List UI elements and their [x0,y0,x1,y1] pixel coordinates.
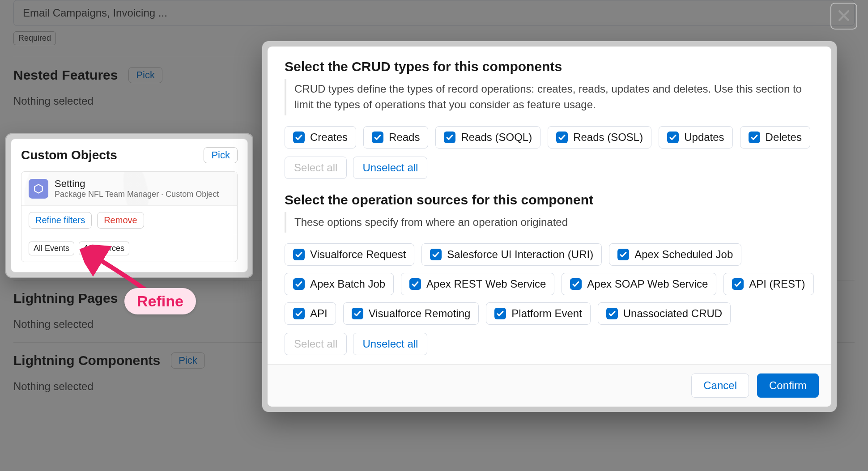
checkbox-checked-icon [293,132,305,143]
filter-chip[interactable]: All Events [29,242,74,255]
source-option-label: Salesforce UI Interaction (URI) [447,248,593,261]
crud-option[interactable]: Updates [659,126,732,149]
crud-option-label: Creates [310,131,348,144]
source-option[interactable]: Apex Scheduled Job [609,243,741,266]
confirm-button[interactable]: Confirm [757,373,819,398]
source-option-label: Unassociated CRUD [623,307,722,320]
source-option[interactable]: Apex REST Web Service [401,273,554,295]
crud-option-label: Updates [684,131,724,144]
source-option[interactable]: Visualforce Remoting [343,302,479,325]
source-option-label: Apex Scheduled Job [634,248,733,261]
checkbox-checked-icon [444,132,455,143]
source-option-label: Visualforce Remoting [369,307,471,320]
source-option[interactable]: API [285,302,336,325]
sources-section-desc: These options specify from where an oper… [285,212,814,233]
source-option[interactable]: Unassociated CRUD [598,302,731,325]
source-option[interactable]: Apex Batch Job [285,273,394,295]
checkbox-checked-icon [430,249,442,260]
crud-unselect-all-button[interactable]: Unselect all [353,157,427,179]
source-option-label: API (REST) [749,278,805,290]
checkbox-checked-icon [556,132,568,143]
source-option[interactable]: API (REST) [723,273,813,295]
crud-option[interactable]: Reads [363,126,428,149]
checkbox-checked-icon [372,132,383,143]
refine-filters-modal: Select the CRUD types for this component… [262,41,837,412]
source-option-label: Apex Batch Job [310,278,385,290]
checkbox-checked-icon [293,308,305,319]
checkbox-checked-icon [606,308,618,319]
crud-option-label: Reads [389,131,420,144]
source-option-label: Visualforce Request [310,248,406,261]
custom-objects-title: Custom Objects [21,148,117,162]
checkbox-checked-icon [352,308,363,319]
source-option-label: Platform Event [511,307,582,320]
source-option[interactable]: Salesforce UI Interaction (URI) [421,243,602,266]
crud-option[interactable]: Reads (SOQL) [435,126,540,149]
crud-section-desc: CRUD types define the types of record op… [285,79,814,115]
crud-option[interactable]: Reads (SOSL) [548,126,651,149]
sources-select-all-button[interactable]: Select all [285,333,347,355]
source-option[interactable]: Apex SOAP Web Service [562,273,716,295]
source-option[interactable]: Platform Event [486,302,590,325]
checkbox-checked-icon [293,249,305,260]
sources-section-title: Select the operation sources for this co… [285,192,814,208]
refine-filters-button[interactable]: Refine filters [29,212,92,229]
checkbox-checked-icon [409,278,421,290]
remove-button[interactable]: Remove [97,212,144,229]
package-icon [29,179,48,199]
crud-section-title: Select the CRUD types for this component… [285,59,814,74]
crud-option-label: Reads (SOQL) [461,131,532,144]
source-option-label: API [310,307,328,320]
checkbox-checked-icon [732,278,744,290]
crud-select-all-button[interactable]: Select all [285,157,347,179]
checkbox-checked-icon [570,278,582,290]
source-option-label: Apex SOAP Web Service [587,278,708,290]
checkbox-checked-icon [667,132,679,143]
close-button[interactable] [830,3,857,30]
checkbox-checked-icon [749,132,760,143]
custom-object-name: Setting [55,178,219,190]
checkbox-checked-icon [293,278,305,290]
crud-option-label: Reads (SOSL) [573,131,643,144]
sources-unselect-all-button[interactable]: Unselect all [353,333,427,355]
cancel-button[interactable]: Cancel [691,373,749,398]
source-option-label: Apex REST Web Service [426,278,546,290]
refine-callout-badge: Refine [124,288,196,314]
crud-option[interactable]: Deletes [740,126,810,149]
custom-object-subtitle: Package NFL Team Manager · Custom Object [55,190,219,199]
crud-option[interactable]: Creates [285,126,356,149]
checkbox-checked-icon [494,308,506,319]
checkbox-checked-icon [617,249,629,260]
source-option[interactable]: Visualforce Request [285,243,414,266]
custom-objects-pick-button[interactable]: Pick [204,147,238,163]
close-icon [836,8,851,25]
crud-option-label: Deletes [766,131,802,144]
